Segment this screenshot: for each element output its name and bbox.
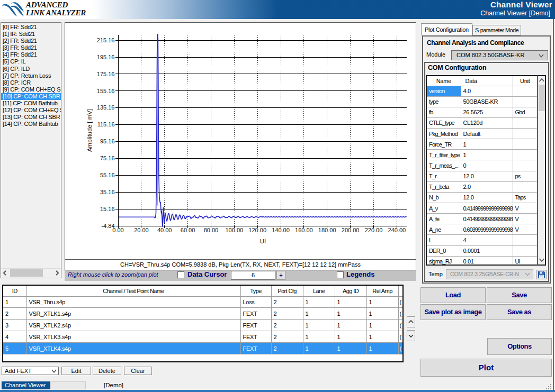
svg-text:60.00: 60.00 [180,227,195,233]
svg-text:80.00: 80.00 [203,227,218,233]
svg-text:55.16: 55.16 [100,172,114,178]
svg-text:240.00: 240.00 [388,227,406,233]
svg-text:100.00: 100.00 [225,227,243,233]
svg-text:140.00: 140.00 [272,227,290,233]
svg-text:195.16: 195.16 [96,53,114,60]
svg-text:Amplitude [ mV]: Amplitude [ mV] [86,108,92,151]
svg-text:155.16: 155.16 [96,87,114,94]
svg-text:20.00: 20.00 [134,227,149,233]
svg-text:120.00: 120.00 [248,227,266,233]
svg-text:135.16: 135.16 [96,104,114,111]
svg-text:160.00: 160.00 [295,227,313,233]
svg-text:220.00: 220.00 [364,227,382,233]
svg-text:175.16: 175.16 [96,70,114,77]
svg-text:115.16: 115.16 [97,121,114,127]
svg-text:40.00: 40.00 [157,227,172,233]
svg-text:75.16: 75.16 [100,155,114,161]
svg-text:UI: UI [259,238,266,244]
svg-text:15.16: 15.16 [100,205,114,212]
svg-text:95.16: 95.16 [100,138,114,144]
svg-text:215.16: 215.16 [96,37,114,43]
svg-text:0.00: 0.00 [112,227,123,233]
svg-text:200.00: 200.00 [341,227,359,233]
svg-text:35.16: 35.16 [100,188,114,195]
svg-text:180.00: 180.00 [318,227,336,233]
